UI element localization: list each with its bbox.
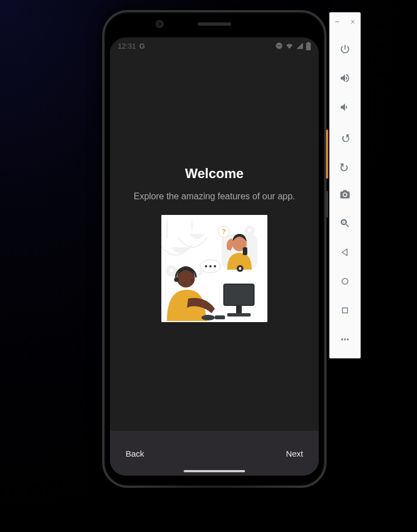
- rotate-right-icon[interactable]: [337, 157, 353, 173]
- onboarding-illustration: ?: [161, 215, 267, 322]
- volume-up-icon[interactable]: [337, 70, 353, 86]
- svg-rect-21: [236, 305, 242, 313]
- svg-rect-24: [215, 315, 225, 319]
- onboarding-subtitle: Explore the amazing features of our app.: [122, 191, 306, 202]
- svg-rect-27: [343, 308, 348, 313]
- svg-point-17: [174, 277, 179, 282]
- back-nav-icon[interactable]: [337, 245, 353, 260]
- device-speaker-grill: [198, 22, 231, 26]
- svg-point-26: [342, 279, 348, 285]
- battery-icon: [306, 42, 311, 50]
- device-power-key: [326, 130, 328, 179]
- status-google-indicator: G: [140, 42, 145, 50]
- svg-rect-22: [227, 313, 251, 317]
- svg-point-2: [248, 229, 251, 232]
- next-button[interactable]: Next: [282, 443, 306, 464]
- svg-rect-19: [224, 284, 254, 305]
- status-bar-right: [275, 42, 311, 50]
- emulator-window-controls: [329, 12, 361, 31]
- device-front-camera: [156, 20, 164, 28]
- volume-down-icon[interactable]: [337, 99, 353, 115]
- svg-rect-7: [243, 247, 247, 255]
- onboarding-bottom-bar: Back Next: [110, 431, 319, 476]
- android-status-bar: 12:31 G: [110, 37, 319, 54]
- cellular-icon: [296, 42, 304, 50]
- status-time: 12:31: [118, 42, 136, 50]
- status-bar-left: 12:31 G: [118, 42, 145, 50]
- svg-point-15: [214, 265, 216, 267]
- gesture-nav-indicator: [184, 470, 245, 472]
- svg-rect-25: [335, 22, 339, 22]
- dnd-icon: [275, 42, 283, 50]
- onboarding-content: Welcome Explore the amazing features of …: [110, 54, 319, 476]
- wifi-icon: [285, 42, 294, 50]
- svg-point-13: [205, 265, 207, 267]
- svg-point-28: [341, 338, 343, 340]
- svg-point-9: [239, 267, 242, 270]
- more-icon[interactable]: [337, 332, 353, 347]
- close-window-button[interactable]: [347, 16, 359, 28]
- home-nav-icon[interactable]: [337, 274, 353, 289]
- svg-point-4: [170, 269, 173, 272]
- back-button[interactable]: Back: [122, 443, 147, 464]
- overview-nav-icon[interactable]: [337, 303, 353, 318]
- svg-point-14: [209, 265, 212, 267]
- phone-device-frame: 12:31 G Welcome Explore the amazing feat…: [102, 10, 327, 488]
- onboarding-title: Welcome: [185, 166, 244, 181]
- rotate-left-icon[interactable]: [337, 128, 353, 144]
- emulator-toolbar-buttons: [337, 31, 353, 358]
- zoom-icon[interactable]: [337, 215, 353, 231]
- phone-screen: 12:31 G Welcome Explore the amazing feat…: [110, 37, 319, 476]
- power-icon[interactable]: [337, 41, 353, 57]
- device-notch: [104, 22, 324, 26]
- emulator-toolbar: [329, 12, 361, 358]
- svg-text:?: ?: [222, 228, 226, 236]
- svg-point-30: [347, 338, 348, 340]
- svg-point-29: [344, 338, 346, 340]
- device-volume-key: [326, 191, 328, 218]
- svg-point-23: [202, 315, 215, 320]
- minimize-window-button[interactable]: [331, 16, 343, 28]
- camera-icon[interactable]: [337, 186, 353, 202]
- svg-point-18: [190, 279, 194, 282]
